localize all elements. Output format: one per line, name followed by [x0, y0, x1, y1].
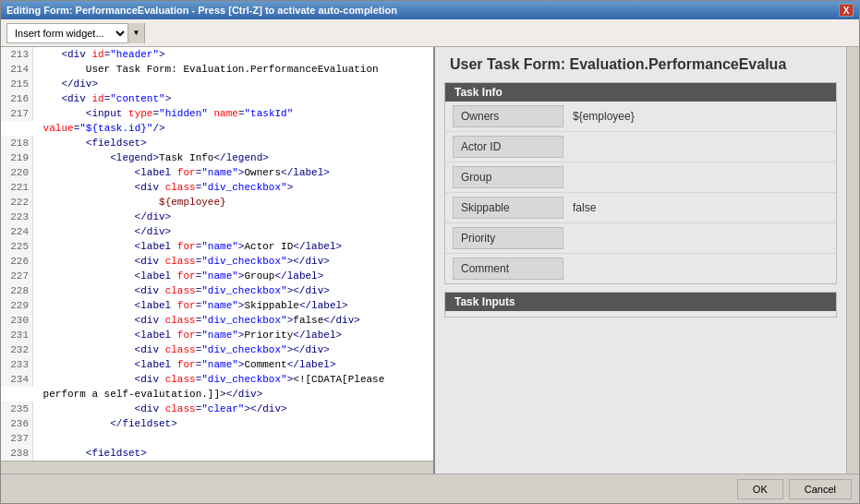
- code-line: value="${task.id}"/>: [1, 121, 433, 136]
- group-label: Group: [453, 166, 563, 188]
- form-row-group: Group: [445, 162, 836, 193]
- owners-value: ${employee}: [573, 110, 829, 123]
- code-line: 234 <div class="div_checkbox"><![CDATA[P…: [1, 372, 433, 387]
- code-line: 223 </div>: [1, 210, 433, 224]
- code-line: 235 <div class="clear"></div>: [1, 402, 433, 416]
- code-line: 233 <label for="name">Comment</label>: [1, 357, 433, 372]
- code-line: 219 <legend>Task Info</legend>: [1, 150, 433, 165]
- preview-section: Task Info Owners ${employee} Actor ID: [435, 82, 846, 474]
- close-button[interactable]: X: [839, 4, 854, 17]
- ok-button[interactable]: OK: [737, 479, 783, 499]
- main-window: Editing Form: PerformanceEvaluation - Pr…: [0, 0, 860, 504]
- task-inputs-legend: Task Inputs: [445, 293, 836, 311]
- code-line: 220 <label for="name">Owners</label>: [1, 165, 433, 180]
- code-line: 221 <div class="div_checkbox">: [1, 180, 433, 195]
- bottom-bar: OK Cancel: [1, 474, 859, 503]
- code-panel: 213 <div id="header"> 214 User Task Form…: [1, 47, 435, 474]
- priority-label: Priority: [453, 227, 563, 249]
- task-inputs-fieldset: Task Inputs: [444, 292, 837, 318]
- form-row-actor-id: Actor ID: [445, 132, 836, 162]
- code-line: perform a self-evalutation.]]></div>: [1, 387, 433, 402]
- comment-label: Comment: [453, 258, 563, 280]
- title-bar: Editing Form: PerformanceEvaluation - Pr…: [1, 1, 859, 19]
- code-line: 217 <input type="hidden" name="taskId": [1, 106, 433, 121]
- code-line: 214 User Task Form: Evaluation.Performan…: [1, 62, 433, 77]
- form-row-comment: Comment: [445, 254, 836, 283]
- code-line: 236 </fieldset>: [1, 416, 433, 431]
- widget-select[interactable]: Insert form widget...: [7, 24, 127, 42]
- code-line: 215 </div>: [1, 77, 433, 91]
- code-line: 225 <label for="name">Actor ID</label>: [1, 239, 433, 254]
- form-row-priority: Priority: [445, 223, 836, 254]
- preview-scrollbar-v[interactable]: [846, 47, 859, 474]
- code-line: 238 <fieldset>: [1, 446, 433, 461]
- code-line: 229 <label for="name">Skippable</label>: [1, 298, 433, 313]
- skippable-label: Skippable: [453, 197, 563, 219]
- preview-panel: User Task Form: Evaluation.PerformanceEv…: [435, 47, 846, 474]
- window-title: Editing Form: PerformanceEvaluation - Pr…: [6, 5, 397, 16]
- toolbar: Insert form widget... ▼: [1, 19, 859, 47]
- form-row-owners: Owners ${employee}: [445, 102, 836, 132]
- code-line: 232 <div class="div_checkbox"></div>: [1, 342, 433, 357]
- code-line: 227 <label for="name">Group</label>: [1, 269, 433, 283]
- owners-label: Owners: [453, 105, 563, 127]
- insert-widget-dropdown[interactable]: Insert form widget... ▼: [6, 23, 145, 43]
- code-line: 230 <div class="div_checkbox">false</div…: [1, 313, 433, 328]
- code-line: 218 <fieldset>: [1, 136, 433, 150]
- code-line: 222 ${employee}: [1, 195, 433, 210]
- actor-id-label: Actor ID: [453, 136, 563, 158]
- code-line: 213 <div id="header">: [1, 47, 433, 62]
- task-info-legend: Task Info: [445, 83, 836, 102]
- task-info-fieldset: Task Info Owners ${employee} Actor ID: [444, 82, 837, 284]
- code-line: 216 <div id="content">: [1, 91, 433, 106]
- code-line: 231 <label for="name">Priority</label>: [1, 328, 433, 342]
- code-editor[interactable]: 213 <div id="header"> 214 User Task Form…: [1, 47, 433, 461]
- form-row-skippable: Skippable false: [445, 193, 836, 223]
- preview-outer: User Task Form: Evaluation.PerformanceEv…: [435, 47, 859, 474]
- skippable-value: false: [573, 201, 829, 214]
- code-scrollbar-h[interactable]: [1, 461, 433, 474]
- dropdown-arrow[interactable]: ▼: [127, 23, 144, 43]
- code-line: 237: [1, 431, 433, 446]
- cancel-button[interactable]: Cancel: [789, 479, 852, 499]
- code-line: 224 </div>: [1, 224, 433, 239]
- code-line: 228 <div class="div_checkbox"></div>: [1, 283, 433, 298]
- preview-title: User Task Form: Evaluation.PerformanceEv…: [435, 47, 846, 82]
- main-content: 213 <div id="header"> 214 User Task Form…: [1, 47, 859, 474]
- code-line: 226 <div class="div_checkbox"></div>: [1, 254, 433, 269]
